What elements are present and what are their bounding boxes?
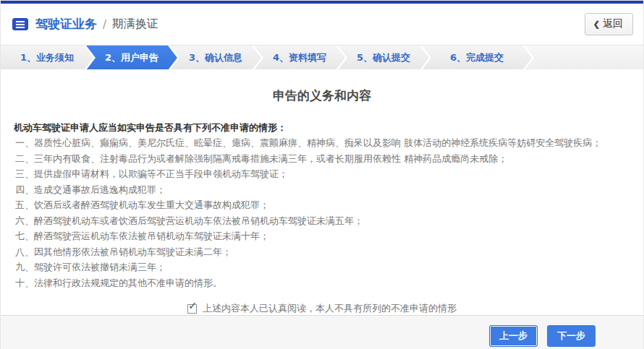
step-indicator: 1、业务须知 2、用户申告 3、确认信息 4、资料填写 5、确认提交 6、完成提… [1,45,643,69]
wizard-step-1: 1、业务须知 [1,46,93,69]
rule-item-8: 八、因其他情形依法被吊销机动车驾驶证未满二年； [15,244,643,260]
previous-step-button[interactable]: 上一步 [489,325,538,347]
breadcrumb-section-title: 驾驶证业务 [35,16,97,33]
rule-list: 一、器质性心脏病、癫痫病、美尼尔氏症、眩晕症、癔病、震颤麻痹、精神病、痴呆以及影… [1,135,643,290]
rule-item-5: 五、饮酒后或者醉酒驾驶机动车发生重大交通事故构成犯罪； [15,197,643,213]
back-button[interactable]: ❮ 返回 [585,13,633,35]
agreement-checkbox[interactable]: ✓ [187,304,197,314]
wizard-step-2-active: 2、用户申告 [86,46,177,69]
page-title: 申告的义务和内容 [1,87,643,104]
check-icon: ✓ [188,301,198,311]
declaration-intro: 机动车驾驶证申请人应当如实申告是否具有下列不准申请的情形： [1,120,643,135]
rule-item-3: 三、提供虚假申请材料，以欺骗等不正当手段申领机动车驾驶证； [15,166,643,182]
list-icon [12,18,28,30]
rule-item-10: 十、法律和行政法规规定的其他不准申请的情形。 [15,275,643,291]
wizard-step-6: 6、完成提交 [422,46,532,69]
agreement-label[interactable]: 上述内容本人已认真阅读，本人不具有所列的不准申请的情形 [203,302,457,315]
header: 驾驶证业务 / 期满换证 ❮ 返回 [1,4,643,45]
rule-item-9: 九、驾驶许可依法被撤销未满三年； [15,259,643,275]
rule-item-1: 一、器质性心脏病、癫痫病、美尼尔氏症、眩晕症、癔病、震颤麻痹、精神病、痴呆以及影… [15,135,643,151]
agreement-row: ✓ 上述内容本人已认真阅读，本人不具有所列的不准申请的情形 [1,302,643,315]
breadcrumb-page-title: 期满换证 [112,17,158,32]
wizard-step-4: 4、资料填写 [254,46,345,69]
footer-action-bar: 上一步 下一步 [1,315,643,349]
wizard-step-3: 3、确认信息 [170,46,261,69]
breadcrumb-separator: / [103,18,106,31]
main-content: 申告的义务和内容 机动车驾驶证申请人应当如实申告是否具有下列不准申请的情形： 一… [1,69,643,315]
next-step-button[interactable]: 下一步 [547,325,596,347]
rule-item-2: 二、三年内有吸食、注射毒品行为或者解除强制隔离戒毒措施未满三年，或者长期服用依赖… [15,151,643,167]
page: 驾驶证业务 / 期满换证 ❮ 返回 1、业务须知 2、用户申告 3、确认信息 4… [0,0,644,349]
back-button-label: 返回 [603,17,623,30]
rule-item-4: 四、造成交通事故后逃逸构成犯罪； [15,182,643,198]
rule-item-6: 六、醉酒驾驶机动车或者饮酒后驾驶营运机动车依法被吊销机动车驾驶证未满五年； [15,213,643,229]
wizard-step-5: 5、确认提交 [338,46,429,69]
wizard-step-filler [525,46,643,69]
rule-item-7: 七、醉酒驾驶营运机动车依法被吊销机动车驾驶证未满十年； [15,228,643,244]
chevron-left-icon: ❮ [593,20,600,29]
